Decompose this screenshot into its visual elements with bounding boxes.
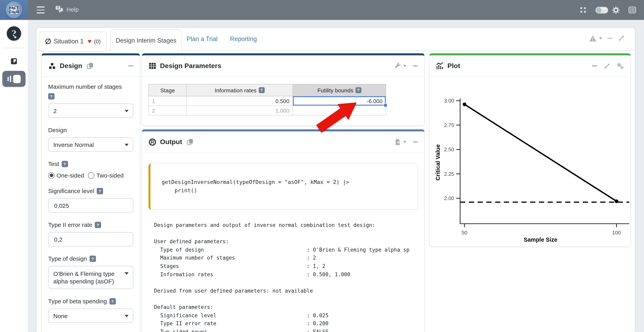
help-badge-icon[interactable]: ?: [48, 93, 54, 100]
collapse-card-button[interactable]: [128, 65, 133, 66]
design-parameters-card: Design Parameters Stage Information rate…: [142, 53, 425, 126]
card-title: Design: [60, 62, 82, 70]
svg-text:R: R: [151, 139, 154, 144]
table-icon: [148, 62, 156, 70]
type-of-design-label: Type of design ?: [48, 255, 133, 262]
data-point: [615, 200, 618, 203]
test-label: Test ?: [48, 160, 133, 167]
card-title: Output: [160, 138, 182, 146]
selection-fill-handle[interactable]: [384, 104, 387, 107]
design-form: Maximum number of stages ? 2 Design Inve…: [42, 77, 140, 323]
wrench-icon: [394, 62, 401, 69]
r-code-block[interactable]: getDesignInverseNormal(typeOfDesign = "a…: [148, 163, 418, 210]
beta-spending-select[interactable]: None: [48, 308, 133, 323]
r-console-output: Design parameters and output of inverse …: [154, 221, 417, 332]
max-stages-select[interactable]: 2: [48, 104, 133, 118]
column-header-information-rates[interactable]: Information rates?: [186, 84, 293, 96]
y-axis-label: Critical Value: [435, 144, 441, 180]
critical-value-chart: 3.00 2.75 2.50 2.25 2.00 50 100 Critical…: [430, 77, 630, 244]
sidebar-item-panels-active[interactable]: [2, 71, 26, 87]
column-header-futility-bounds[interactable]: Futility bounds?: [293, 84, 386, 96]
tab-design-interim-stages[interactable]: Design Interim Stages: [111, 30, 182, 51]
tab-reporting[interactable]: Reporting: [230, 28, 257, 50]
collapse-panel-button[interactable]: [608, 38, 612, 38]
panel-actions: [589, 35, 625, 42]
cell-stage-2[interactable]: 2: [149, 106, 186, 115]
copy-icon[interactable]: [86, 62, 94, 70]
help-badge-icon[interactable]: ?: [258, 87, 264, 93]
cell-futility-bound-1-selected[interactable]: -6.000: [293, 96, 386, 106]
help-label: Help: [66, 6, 79, 12]
cell-information-rate-1[interactable]: 0.500: [186, 96, 293, 106]
warnings-dropdown[interactable]: [589, 35, 602, 42]
card-title: Plot: [448, 62, 460, 70]
svg-text:2.75: 2.75: [444, 122, 454, 128]
significance-input[interactable]: [53, 202, 122, 209]
panel-bars-icon: [7, 77, 8, 81]
heart-icon[interactable]: ♥: [88, 38, 92, 45]
sidebar-item-flag[interactable]: [11, 58, 17, 64]
cell-futility-bound-2[interactable]: [293, 106, 386, 115]
critical-value-line: [464, 104, 616, 201]
expand-plot-icon[interactable]: [604, 62, 610, 70]
design-select[interactable]: Inverse Normal: [48, 137, 133, 152]
menu-hamburger-icon[interactable]: [36, 6, 44, 14]
svg-text:3.00: 3.00: [444, 98, 454, 104]
chevron-down-icon: [403, 141, 406, 143]
help-badge-icon[interactable]: ?: [62, 161, 68, 167]
significance-label: Significance level ?: [48, 188, 133, 194]
help-badge-icon[interactable]: ?: [109, 298, 116, 304]
radio-one-sided-label[interactable]: One-sided: [56, 172, 84, 179]
radio-two-sided-label[interactable]: Two-sided: [96, 172, 124, 179]
dark-mode-toggle[interactable]: [596, 6, 608, 13]
help-badge-icon[interactable]: ?: [95, 222, 101, 228]
svg-text:50: 50: [462, 230, 468, 236]
collapse-card-button[interactable]: [413, 65, 418, 66]
empty-set-icon: ∅: [45, 37, 51, 46]
type2-error-input[interactable]: [53, 236, 122, 243]
settings-gear-icon[interactable]: [612, 6, 620, 14]
design-parameters-header: Design Parameters: [142, 55, 424, 77]
r-logo-icon: R: [148, 138, 156, 146]
export-dropdown[interactable]: [394, 138, 406, 146]
cell-information-rate-2[interactable]: 1.000: [186, 106, 293, 115]
x-axis-label: Sample Size: [524, 236, 557, 243]
toggle-knob: [596, 7, 602, 12]
radio-two-sided[interactable]: [88, 172, 94, 178]
type-of-design-select[interactable]: O'Brien & Fleming type alpha spending (a…: [48, 266, 133, 289]
left-sidebar: ?: [0, 20, 28, 332]
copy-icon[interactable]: [186, 138, 194, 146]
help-badge-icon[interactable]: ?: [355, 87, 361, 93]
table-row: 2 1.000: [149, 106, 386, 115]
svg-text:?: ?: [57, 6, 59, 10]
column-header-stage[interactable]: Stage: [149, 84, 186, 96]
help-button[interactable]: ? Help: [55, 5, 79, 13]
svg-text:2.50: 2.50: [444, 146, 454, 152]
table-tools-dropdown[interactable]: [394, 62, 406, 69]
table-row: 1 0.500 -6.000: [149, 96, 386, 106]
situation-label: Situation 1: [54, 38, 84, 45]
fullscreen-icon[interactable]: [580, 6, 587, 14]
radio-one-sided[interactable]: [48, 172, 54, 178]
help-badge-icon[interactable]: ?: [89, 255, 96, 262]
design-label: Design: [48, 126, 133, 133]
app-window: R PACT Cloud ? Help: [0, 0, 644, 332]
warning-triangle-icon: [589, 35, 597, 42]
flag-icon: [11, 58, 17, 64]
collapse-card-button[interactable]: [592, 65, 597, 66]
cubes-icon: [48, 62, 56, 70]
chart-icon: [436, 62, 444, 70]
plot-settings-gears-icon[interactable]: [616, 62, 624, 70]
expand-panel-icon[interactable]: [618, 35, 625, 42]
export-file-icon: [394, 138, 401, 146]
user-avatar[interactable]: ?: [7, 26, 21, 40]
collapse-card-button[interactable]: [413, 141, 418, 142]
design-card: Design Maximum number of stages ? 2 Desi…: [42, 53, 140, 332]
app-logo[interactable]: R PACT Cloud: [0, 0, 28, 20]
apps-grid-icon[interactable]: [628, 6, 636, 14]
plot-card: Plot 3.0: [429, 53, 631, 247]
cell-stage-1[interactable]: 1: [149, 96, 186, 106]
tab-situation-1[interactable]: ∅ Situation 1 ♥ (0): [39, 32, 107, 51]
tab-plan-a-trial[interactable]: Plan a Trial: [187, 28, 218, 50]
help-badge-icon[interactable]: ?: [97, 188, 103, 194]
